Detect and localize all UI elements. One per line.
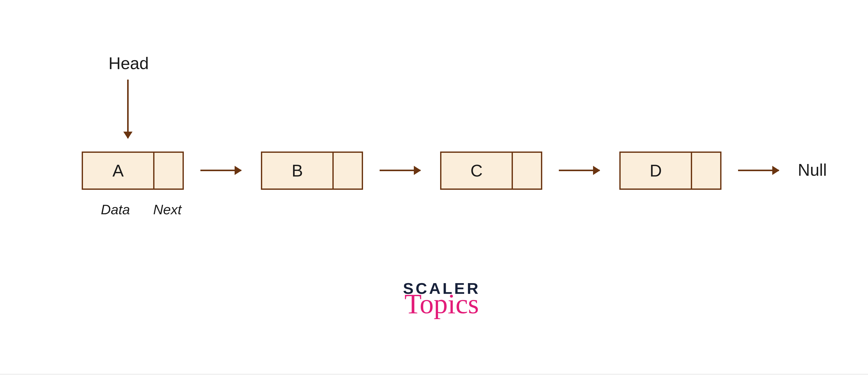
arrow-b-to-c — [380, 170, 421, 171]
node-a-data: A — [83, 153, 154, 188]
data-field-label: Data — [101, 202, 130, 217]
node-b: B — [261, 151, 363, 190]
node-d-next — [692, 153, 720, 188]
node-d: D — [619, 151, 721, 190]
scaler-topics-logo: SCALER Topics — [391, 279, 493, 318]
next-field-label: Next — [153, 202, 182, 217]
arrow-c-to-d — [559, 170, 600, 171]
logo-line-topics: Topics — [391, 290, 493, 318]
node-c-next — [513, 153, 541, 188]
bottom-divider — [0, 374, 868, 374]
node-a: A — [82, 151, 184, 190]
node-c: C — [440, 151, 542, 190]
head-arrow — [127, 79, 129, 138]
linked-list-diagram: Head A Data Next B C D Null SCALER Topic… — [0, 0, 868, 377]
head-label: Head — [108, 54, 149, 73]
null-label: Null — [798, 160, 827, 179]
node-c-data: C — [441, 153, 513, 188]
node-d-data: D — [621, 153, 692, 188]
node-b-data: B — [262, 153, 334, 188]
node-a-next — [154, 153, 183, 188]
arrow-d-to-null — [738, 170, 779, 171]
arrow-a-to-b — [200, 170, 241, 171]
node-b-next — [334, 153, 362, 188]
